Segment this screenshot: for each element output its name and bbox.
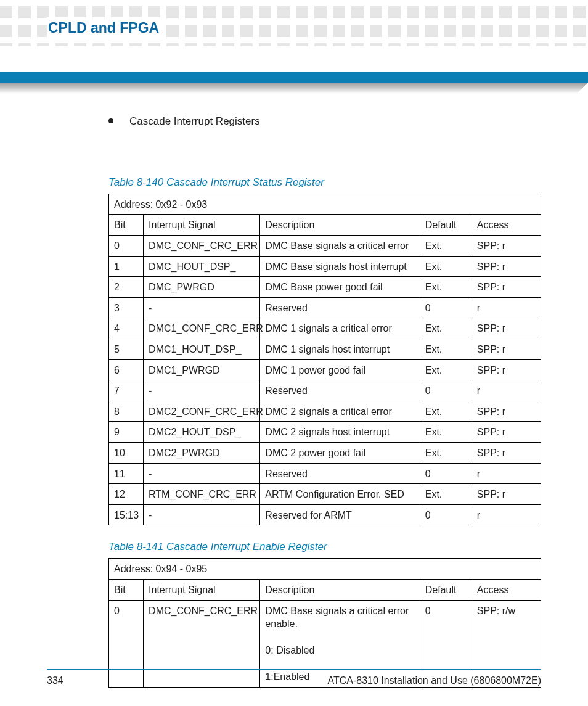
cell-signal: -: [144, 380, 260, 401]
cell-def: 0: [420, 504, 472, 525]
cell-desc: DMC Base signals host interrupt: [260, 256, 420, 277]
col-header-signal: Interrupt Signal: [144, 579, 260, 600]
cell-bit: 6: [109, 359, 144, 380]
cell-desc: DMC 2 power good fail: [260, 443, 420, 464]
table-row: Address: 0x92 - 0x93: [109, 194, 541, 215]
cell-signal: DMC1_PWRGD: [144, 359, 260, 380]
cell-desc: DMC 1 signals host interrupt: [260, 339, 420, 360]
table-row: 12RTM_CONF_CRC_ERRARTM Configuration Err…: [109, 484, 541, 505]
table-141-caption: Table 8-141 Cascade Interrupt Enable Reg…: [108, 540, 541, 554]
cell-bit: 8: [109, 401, 144, 422]
table-row: 1DMC_HOUT_DSP_DMC Base signals host inte…: [109, 256, 541, 277]
cell-def: Ext.: [420, 443, 472, 464]
cell-bit: 9: [109, 422, 144, 443]
header-shadow: [0, 83, 588, 94]
col-header-signal: Interrupt Signal: [144, 215, 260, 236]
header-blue-bar: [0, 72, 588, 83]
cell-signal: -: [144, 504, 260, 525]
cell-bit: 0: [109, 236, 144, 257]
col-header-desc: Description: [260, 215, 420, 236]
cell-desc: DMC Base signals a critical error: [260, 236, 420, 257]
table-row: Bit Interrupt Signal Description Default…: [109, 579, 541, 600]
cell-bit: 10: [109, 443, 144, 464]
cell-acc: r: [472, 463, 541, 484]
cell-bit: 15:13: [109, 504, 144, 525]
table-row: 4DMC1_CONF_CRC_ERRDMC 1 signals a critic…: [109, 318, 541, 339]
table-140-caption: Table 8-140 Cascade Interrupt Status Reg…: [108, 176, 541, 190]
table-row: Address: 0x94 - 0x95: [109, 559, 541, 580]
cell-signal: DMC1_CONF_CRC_ERR: [144, 318, 260, 339]
cell-desc: Reserved: [260, 380, 420, 401]
cell-acc: SPP: r: [472, 484, 541, 505]
cell-signal: DMC2_PWRGD: [144, 443, 260, 464]
cell-def: 0: [420, 463, 472, 484]
cell-acc: SPP: r: [472, 256, 541, 277]
cell-signal: -: [144, 297, 260, 318]
col-header-acc: Access: [472, 579, 541, 600]
cell-bit: 1: [109, 256, 144, 277]
cell-bit: 11: [109, 463, 144, 484]
cell-signal: RTM_CONF_CRC_ERR: [144, 484, 260, 505]
cell-acc: r: [472, 504, 541, 525]
cell-desc: DMC Base power good fail: [260, 277, 420, 298]
cell-bit: 4: [109, 318, 144, 339]
table-row: Bit Interrupt Signal Description Default…: [109, 215, 541, 236]
cell-bit: 3: [109, 297, 144, 318]
col-header-acc: Access: [472, 215, 541, 236]
cell-desc: ARTM Configuration Error. SED: [260, 484, 420, 505]
table-row: 8DMC2_CONF_CRC_ERRDMC 2 signals a critic…: [109, 401, 541, 422]
cell-desc: DMC 1 power good fail: [260, 359, 420, 380]
cell-acc: SPP: r: [472, 359, 541, 380]
table-row: 0DMC_CONF_CRC_ERRDMC Base signals a crit…: [109, 236, 541, 257]
cell-desc: DMC 1 signals a critical error: [260, 318, 420, 339]
cell-desc: Reserved for ARMT: [260, 504, 420, 525]
table-address: Address: 0x92 - 0x93: [109, 194, 541, 215]
cell-def: Ext.: [420, 359, 472, 380]
table-row: 10DMC2_PWRGDDMC 2 power good failExt.SPP…: [109, 443, 541, 464]
table-row: 11-Reserved0r: [109, 463, 541, 484]
cell-acc: SPP: r: [472, 318, 541, 339]
table-row: 7-Reserved0r: [109, 380, 541, 401]
cell-signal: DMC2_CONF_CRC_ERR: [144, 401, 260, 422]
cell-acc: SPP: r: [472, 401, 541, 422]
cell-acc: SPP: r: [472, 339, 541, 360]
table-140: Address: 0x92 - 0x93 Bit Interrupt Signa…: [108, 194, 541, 526]
cell-bit: 7: [109, 380, 144, 401]
cell-signal: DMC_CONF_CRC_ERR: [144, 236, 260, 257]
col-header-desc: Description: [260, 579, 420, 600]
col-header-bit: Bit: [109, 215, 144, 236]
cell-def: 0: [420, 380, 472, 401]
cell-def: 0: [420, 297, 472, 318]
page-number: 334: [47, 674, 63, 688]
cell-signal: DMC1_HOUT_DSP_: [144, 339, 260, 360]
cell-def: Ext.: [420, 484, 472, 505]
cell-def: Ext.: [420, 422, 472, 443]
bullet-item: Cascade Interrupt Registers: [108, 115, 541, 129]
cell-desc: Reserved: [260, 463, 420, 484]
col-header-def: Default: [420, 579, 472, 600]
bullet-text: Cascade Interrupt Registers: [129, 115, 260, 129]
table-row: 2DMC_PWRGDDMC Base power good failExt.SP…: [109, 277, 541, 298]
table-row: 15:13-Reserved for ARMT0r: [109, 504, 541, 525]
cell-def: Ext.: [420, 339, 472, 360]
cell-bit: 2: [109, 277, 144, 298]
document-title: ATCA-8310 Installation and Use (6806800M…: [327, 674, 541, 688]
cell-acc: r: [472, 297, 541, 318]
cell-signal: DMC_HOUT_DSP_: [144, 256, 260, 277]
cell-acc: SPP: r: [472, 277, 541, 298]
col-header-def: Default: [420, 215, 472, 236]
bullet-icon: [108, 118, 113, 123]
cell-acc: SPP: r: [472, 236, 541, 257]
cell-def: Ext.: [420, 256, 472, 277]
table-row: 5DMC1_HOUT_DSP_DMC 1 signals host interr…: [109, 339, 541, 360]
cell-desc: DMC 2 signals host interrupt: [260, 422, 420, 443]
cell-signal: -: [144, 463, 260, 484]
cell-acc: SPP: r: [472, 422, 541, 443]
footer-rule: [47, 669, 541, 670]
section-title: CPLD and FPGA: [47, 17, 164, 39]
cell-signal: DMC2_HOUT_DSP_: [144, 422, 260, 443]
table-row: 9DMC2_HOUT_DSP_DMC 2 signals host interr…: [109, 422, 541, 443]
table-row: 3-Reserved0r: [109, 297, 541, 318]
cell-desc: DMC 2 signals a critical error: [260, 401, 420, 422]
cell-bit: 5: [109, 339, 144, 360]
